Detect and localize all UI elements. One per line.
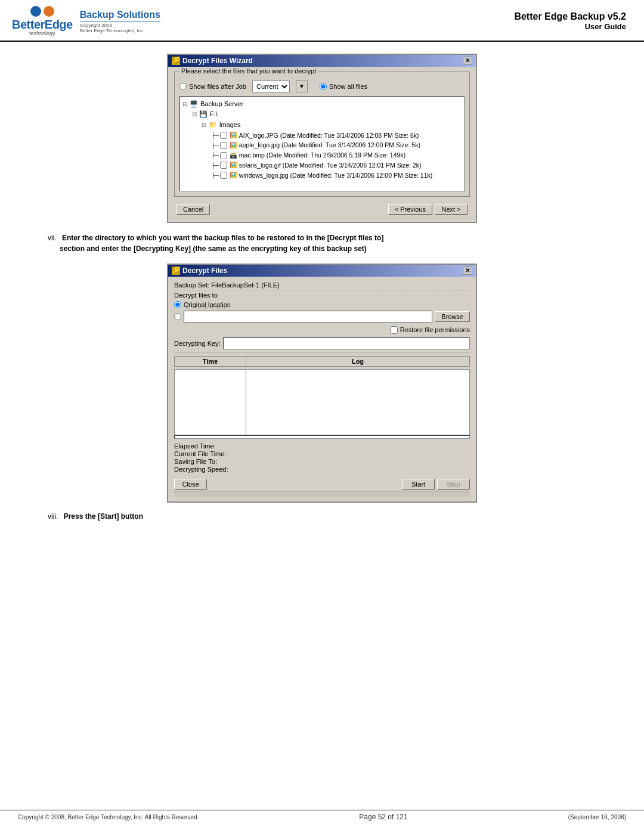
- logo-circles: [30, 6, 54, 17]
- copyright-small: Copyright 2006Better Edge Technologies, …: [80, 23, 160, 33]
- footer-copyright: Copyright © 2008, Better Edge Technology…: [18, 814, 199, 820]
- decrypting-speed-row: Decrypting Speed:: [174, 466, 470, 473]
- circle-orange-icon: [44, 6, 54, 17]
- custom-location-radio[interactable]: [174, 313, 181, 320]
- file-tree[interactable]: ⊟ 🖥️ Backup Server ⊟ 💾 F:\ ⊟: [179, 96, 465, 191]
- original-location-option: Original location: [174, 301, 470, 308]
- saving-file-row: Saving File To:: [174, 458, 470, 465]
- wizard-close-button[interactable]: ✕: [463, 57, 472, 65]
- show-after-job-label: Show files after Job: [189, 83, 246, 90]
- custom-location-row: Browse: [174, 311, 470, 323]
- decrypt-key-row: Decrypting Key:: [174, 337, 470, 352]
- show-all-option: Show all files: [320, 83, 367, 90]
- wizard-footer: Cancel < Previous Next >: [174, 200, 470, 217]
- tree-item-mac: ├─ 🗃️ mac.bmp (Date Modified: Thu 2/9/20…: [182, 150, 462, 160]
- step-viii-text: Press the [Start] button: [64, 512, 143, 521]
- footer-page: Page 52 of 121: [359, 813, 407, 821]
- next-button[interactable]: Next >: [435, 204, 467, 215]
- restore-permissions-row: Restore file permissions: [174, 326, 470, 334]
- decrypt-footer: Close Start Stop: [174, 476, 470, 491]
- tree-item-aix: ├─ 🖼️ AIX_logo.JPG (Date Modified: Tue 3…: [182, 131, 462, 141]
- tree-item-solaris: ├─ 🖼️ solaris_logo.gif (Date Modified: T…: [182, 160, 462, 171]
- decrypt-action-buttons: Start Stop: [402, 479, 470, 490]
- tree-item-images-folder: ⊟ 📁 images: [182, 120, 462, 131]
- wizard-group-box: Please select the files that you want to…: [174, 72, 470, 197]
- logo-better-edge: BetterEdge: [12, 18, 73, 31]
- backup-set-label: Backup Set: FileBackupSet-1 (FILE): [174, 281, 470, 289]
- decrypt-dialog: 🔑 Decrypt Files ✕ Backup Set: FileBackup…: [167, 264, 477, 503]
- original-location-radio[interactable]: [174, 301, 181, 308]
- browse-button[interactable]: Browse: [435, 311, 470, 322]
- tree-item-drive: ⊟ 💾 F:\: [182, 109, 462, 120]
- step-viii: viii. Press the [Start] button: [48, 512, 620, 521]
- brand-title: Backup Solutions: [80, 10, 160, 21]
- current-file-time-row: Current File Time:: [174, 450, 470, 457]
- show-all-label: Show all files: [329, 83, 367, 90]
- decrypt-titlebar-icon: 🔑: [172, 267, 180, 275]
- doc-subtitle: User Guide: [514, 22, 626, 31]
- show-after-job-option: Show files after Job: [179, 83, 246, 90]
- titlebar-left: 🔑 Decrypt Files Wizard: [172, 57, 253, 65]
- log-log-body: [246, 369, 470, 435]
- saving-file-label: Saving File To:: [174, 458, 217, 465]
- page-header: BetterEdge technology Backup Solutions C…: [0, 0, 644, 42]
- decrypt-title: Decrypt Files: [182, 267, 227, 275]
- file-checkbox-windows[interactable]: [220, 172, 227, 179]
- decrypt-titlebar: 🔑 Decrypt Files ✕: [168, 265, 476, 277]
- original-location-label: Original location: [184, 301, 231, 308]
- job-dropdown[interactable]: Current: [252, 80, 290, 92]
- custom-location-input[interactable]: [184, 311, 432, 323]
- cancel-button[interactable]: Cancel: [177, 204, 210, 215]
- step-vii-text: Enter the directory to which you want th…: [48, 234, 383, 253]
- file-checkbox-solaris[interactable]: [220, 162, 227, 169]
- elapsed-time-label: Elapsed Time:: [174, 442, 216, 450]
- tree-item-apple: ├─ 🖼️ apple_logo.jpg (Date Modified: Tue…: [182, 140, 462, 150]
- circle-blue-icon: [30, 6, 41, 17]
- decrypt-key-input[interactable]: [223, 337, 470, 349]
- logo-text: BetterEdge technology: [12, 18, 73, 37]
- file-checkbox-mac[interactable]: [220, 152, 227, 159]
- wizard-nav-buttons: < Previous Next >: [388, 204, 467, 215]
- show-after-job-radio[interactable]: [179, 83, 187, 90]
- current-file-time-label: Current File Time:: [174, 450, 226, 457]
- wizard-dialog: 🔑 Decrypt Files Wizard ✕ Please select t…: [167, 54, 477, 223]
- logo-box: BetterEdge technology: [12, 6, 73, 37]
- decrypt-files-to-label: Decrypt files to: [174, 290, 470, 299]
- step-vii: vii. Enter the directory to which you wa…: [48, 233, 620, 254]
- tree-item-windows: ├─ 🖼️ windows_logo.jpg (Date Modified: T…: [182, 171, 462, 181]
- start-button[interactable]: Start: [402, 479, 435, 490]
- stop-button[interactable]: Stop: [437, 479, 470, 490]
- log-col-time: Time: [175, 356, 246, 366]
- header-left: BetterEdge technology Backup Solutions C…: [12, 6, 160, 37]
- decrypt-body: Backup Set: FileBackupSet-1 (FILE) Decry…: [168, 277, 476, 501]
- header-right: Better Edge Backup v5.2 User Guide: [514, 11, 626, 31]
- step-viii-number: viii.: [48, 512, 58, 521]
- restore-permissions-label: Restore file permissions: [400, 326, 470, 333]
- show-all-radio[interactable]: [320, 83, 327, 90]
- elapsed-time-row: Elapsed Time:: [174, 442, 470, 450]
- wizard-options: Show files after Job Current ▼ Show all …: [179, 76, 465, 92]
- page-footer: Copyright © 2008, Better Edge Technology…: [0, 810, 644, 821]
- wizard-group-label: Please select the files that you want to…: [179, 67, 318, 75]
- wizard-title: Decrypt Files Wizard: [182, 57, 253, 65]
- log-table: Time Log: [174, 356, 470, 367]
- logo-technology: technology: [29, 31, 55, 37]
- close-button[interactable]: Close: [174, 479, 207, 490]
- main-content: 🔑 Decrypt Files Wizard ✕ Please select t…: [0, 42, 644, 532]
- doc-title: Better Edge Backup v5.2: [514, 11, 626, 22]
- decrypt-close-button[interactable]: ✕: [463, 267, 472, 275]
- previous-button[interactable]: < Previous: [388, 204, 432, 215]
- log-col-log: Log: [246, 356, 470, 366]
- status-section: Elapsed Time: Current File Time: Saving …: [174, 442, 470, 473]
- wizard-body: Please select the files that you want to…: [168, 67, 476, 222]
- decrypt-status-bar: [174, 491, 470, 497]
- footer-date: (September 16, 2008): [568, 814, 626, 820]
- step-vii-number: vii.: [48, 234, 57, 242]
- file-checkbox-aix[interactable]: [220, 132, 227, 139]
- decrypting-speed-label: Decrypting Speed:: [174, 466, 228, 473]
- file-checkbox-apple[interactable]: [220, 142, 227, 149]
- progress-bar: [174, 435, 470, 439]
- wizard-titlebar-icon: 🔑: [172, 57, 180, 65]
- dropdown-arrow[interactable]: ▼: [296, 80, 308, 92]
- restore-permissions-checkbox[interactable]: [390, 326, 398, 334]
